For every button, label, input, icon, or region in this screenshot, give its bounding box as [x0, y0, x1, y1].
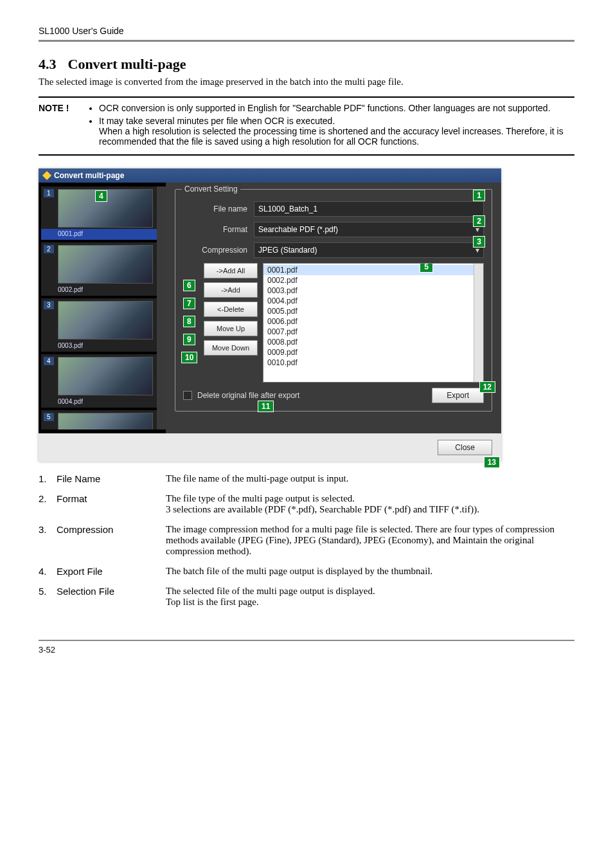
- delete-original-row: Delete original file after export Export…: [183, 388, 484, 403]
- list-item[interactable]: 0003.pdf: [263, 285, 483, 296]
- delete-original-checkbox[interactable]: [183, 391, 192, 400]
- running-head: SL1000 User's Guide: [39, 26, 574, 42]
- definition-term: File Name: [57, 473, 166, 484]
- callout-9: 9: [183, 334, 195, 345]
- callout-11: 11: [258, 401, 274, 412]
- intro-paragraph: The selected image is converted from the…: [39, 77, 574, 87]
- format-row: Format Searchable PDF (*.pdf) 2: [183, 222, 484, 237]
- list-item[interactable]: 0010.pdf: [263, 357, 483, 368]
- definition-term: Format: [57, 493, 166, 515]
- file-name-input[interactable]: SL1000_Batch_1: [254, 201, 484, 217]
- thumbnail-image: [58, 413, 153, 429]
- note-label: NOTE !: [39, 103, 90, 149]
- compression-dropdown[interactable]: JPEG (Standard): [254, 242, 484, 258]
- definition-term: Compression: [57, 524, 166, 557]
- note-block: NOTE ! OCR conversion is only supported …: [39, 96, 574, 156]
- delete-button[interactable]: <-Delete: [204, 302, 258, 317]
- callout-5: 5: [420, 263, 433, 273]
- group-legend: Convert Setting: [182, 185, 240, 194]
- definition-term: Export File: [57, 566, 166, 577]
- dialog-title: Convert multi-page: [54, 171, 124, 180]
- format-label: Format: [183, 225, 247, 234]
- move-down-button[interactable]: Move Down: [204, 340, 258, 356]
- definition-row: 5. Selection File The selected file of t…: [39, 586, 574, 608]
- definition-row: 2. Format The file type of the multi pag…: [39, 493, 574, 515]
- list-item[interactable]: 0002.pdf: [263, 275, 483, 285]
- list-item[interactable]: 0009.pdf: [263, 347, 483, 357]
- callout-4: 4: [95, 190, 107, 202]
- definition-term: Selection File: [57, 586, 166, 608]
- app-icon: [42, 171, 51, 180]
- thumbnail-label: 0004.pdf: [41, 397, 163, 408]
- settings-panel: Convert Setting File name SL1000_Batch_1…: [166, 183, 501, 433]
- thumbnail-item[interactable]: 3 0003.pdf: [41, 298, 163, 352]
- definitions-list: 1. File Name The file name of the multi-…: [39, 473, 574, 608]
- definition-description: The batch file of the multi page output …: [166, 566, 574, 577]
- definition-number: 1.: [39, 473, 57, 484]
- note-bullet: It may take several minutes per file whe…: [99, 116, 574, 147]
- section-number: 4.3: [39, 56, 64, 73]
- close-button[interactable]: Close: [438, 440, 492, 455]
- thumbnail-image: [58, 245, 153, 284]
- definition-number: 5.: [39, 586, 57, 608]
- definition-description: The file name of the multi-page output i…: [166, 473, 574, 484]
- transfer-button-column: ->Add All ->Add <-Delete Move Up Move Do…: [204, 263, 258, 383]
- definition-number: 2.: [39, 493, 57, 515]
- definition-description: The image compression method for a multi…: [166, 524, 574, 557]
- section-heading: 4.3 Convert multi-page: [39, 56, 574, 73]
- dialog-titlebar: Convert multi-page: [39, 168, 501, 183]
- callout-10: 10: [181, 352, 197, 363]
- compression-label: Compression: [183, 246, 247, 255]
- add-button[interactable]: ->Add: [204, 282, 258, 298]
- thumbnail-item[interactable]: 2 0002.pdf: [41, 242, 163, 296]
- callout-8: 8: [183, 316, 195, 327]
- export-button[interactable]: Export: [432, 388, 484, 403]
- definition-number: 3.: [39, 524, 57, 557]
- note-bullet: OCR conversion is only supported in Engl…: [99, 103, 574, 113]
- page-footer: 3-52: [39, 640, 574, 655]
- thumbnail-label: 0003.pdf: [41, 341, 163, 352]
- thumbnail-label: 0002.pdf: [41, 285, 163, 296]
- callout-2: 2: [473, 215, 485, 227]
- thumbnail-column[interactable]: 1 0001.pdf 4 2 0002.pdf 3 0003.pdf 4 000…: [39, 183, 166, 433]
- list-item[interactable]: 0006.pdf: [263, 316, 483, 327]
- format-dropdown[interactable]: Searchable PDF (*.pdf): [254, 222, 484, 237]
- list-item[interactable]: 0008.pdf: [263, 337, 483, 347]
- thumbnail-number: 5: [44, 413, 54, 421]
- definition-row: 1. File Name The file name of the multi-…: [39, 473, 574, 484]
- thumbnail-image: [58, 301, 153, 339]
- delete-original-label: Delete original file after export: [197, 391, 299, 400]
- thumbnail-image: [58, 357, 153, 395]
- note-body: OCR conversion is only supported in Engl…: [90, 103, 574, 149]
- dialog-bottom-bar: Close 13: [39, 433, 501, 462]
- callout-1: 1: [473, 190, 485, 201]
- thumbnail-item[interactable]: 1 0001.pdf 4: [41, 186, 163, 240]
- convert-dialog: Convert multi-page 1 0001.pdf 4 2 0002.p…: [39, 168, 501, 462]
- list-item[interactable]: 0005.pdf: [263, 306, 483, 316]
- selection-file-list[interactable]: 0001.pdf 0002.pdf 0003.pdf 0004.pdf 0005…: [263, 263, 484, 383]
- callout-3: 3: [473, 236, 485, 248]
- callout-13: 13: [484, 457, 500, 468]
- list-item[interactable]: 0007.pdf: [263, 327, 483, 337]
- move-up-button[interactable]: Move Up: [204, 321, 258, 336]
- compression-row: Compression JPEG (Standard) 3: [183, 242, 484, 258]
- callout-12: 12: [479, 381, 495, 393]
- list-item[interactable]: 0004.pdf: [263, 296, 483, 306]
- add-all-button[interactable]: ->Add All: [204, 263, 258, 278]
- file-name-row: File name SL1000_Batch_1 1: [183, 201, 484, 217]
- thumbnail-item[interactable]: 5: [41, 410, 163, 429]
- definition-row: 4. Export File The batch file of the mul…: [39, 566, 574, 577]
- thumbnail-number: 2: [44, 245, 54, 253]
- callout-6: 6: [183, 280, 195, 291]
- section-title-text: Convert multi-page: [68, 56, 186, 72]
- thumbnail-number: 4: [44, 357, 54, 365]
- callout-7: 7: [183, 298, 195, 309]
- definition-number: 4.: [39, 566, 57, 577]
- list-item[interactable]: 0001.pdf: [263, 265, 483, 275]
- thumbnail-number: 1: [44, 189, 54, 197]
- thumbnail-item[interactable]: 4 0004.pdf: [41, 354, 163, 408]
- thumbnail-number: 3: [44, 301, 54, 309]
- definition-description: The file type of the multi page output i…: [166, 493, 574, 515]
- definition-description: The selected file of the multi page outp…: [166, 586, 574, 608]
- file-name-label: File name: [183, 204, 247, 213]
